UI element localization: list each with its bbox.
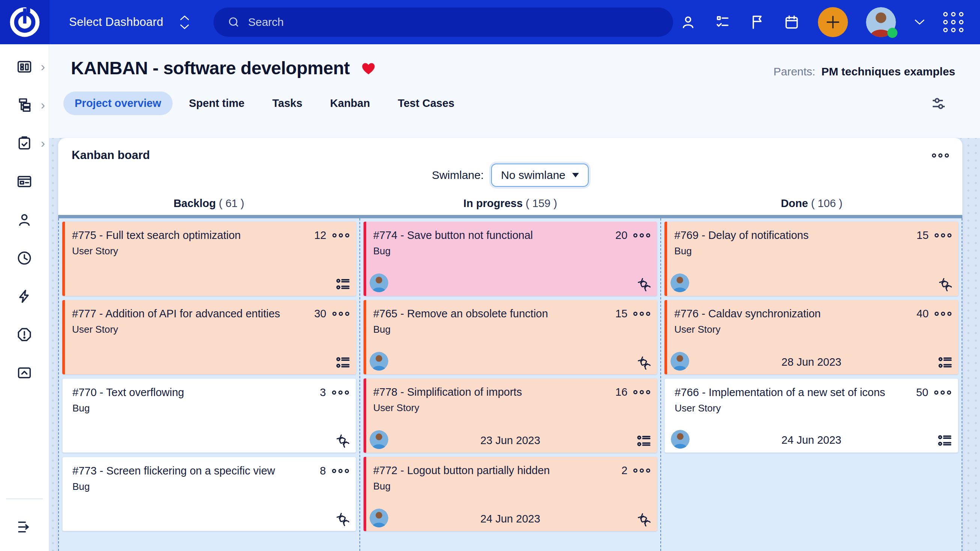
card-title: #776 - Caldav synchronization: [674, 308, 910, 320]
dna-icon: [938, 277, 953, 292]
card-menu-icon[interactable]: [633, 390, 650, 394]
board-separator: [58, 215, 963, 218]
caret-down-icon: [572, 173, 579, 178]
user-avatar[interactable]: [866, 7, 896, 37]
card-title: #765 - Remove an obsolete function: [373, 308, 609, 320]
card-menu-icon[interactable]: [934, 391, 951, 395]
story-points: 12: [314, 229, 326, 241]
tracker-label: Bug: [364, 477, 657, 492]
left-sidebar: ›››: [0, 44, 49, 551]
column-header-in-progress: In progress( 159 ): [360, 197, 661, 210]
card-title: #769 - Delay of notifications: [674, 229, 910, 241]
sidebar-item-panels[interactable]: [0, 174, 49, 191]
card-title: #766 - Implementation of a new set of ic…: [675, 386, 910, 399]
card-menu-icon[interactable]: [332, 233, 349, 237]
navbar-actions: [680, 7, 980, 37]
parents-label: Parents:: [773, 65, 815, 78]
tracker-label: Bug: [364, 320, 657, 335]
card-menu-icon[interactable]: [332, 391, 349, 395]
sidebar-item-inbox[interactable]: [0, 365, 49, 382]
flag-icon[interactable]: [749, 14, 765, 30]
kanban-card[interactable]: #765 - Remove an obsolete function 15 Bu…: [364, 300, 657, 374]
priority-stripe: [364, 222, 366, 296]
online-status-dot: [887, 28, 897, 38]
card-menu-icon[interactable]: [332, 312, 349, 316]
story-points: 8: [320, 465, 326, 477]
checklist-icon: [335, 355, 351, 371]
sidebar-item-dashboard[interactable]: ›: [0, 59, 49, 76]
board-title: Kanban board: [72, 149, 150, 162]
sidebar-item-users[interactable]: [0, 212, 49, 229]
apps-grid-icon[interactable]: [943, 12, 964, 32]
calendar-icon[interactable]: [783, 14, 800, 30]
column-header-backlog: Backlog( 61 ): [58, 197, 360, 210]
dna-icon: [637, 356, 652, 371]
tab-spent-time[interactable]: Spent time: [178, 92, 256, 115]
kanban-card[interactable]: #773 - Screen flickering on a specific v…: [62, 457, 356, 531]
user-icon[interactable]: [680, 14, 696, 30]
column-header-done: Done( 106 ): [661, 197, 963, 210]
due-date: 24 Jun 2023: [665, 434, 958, 446]
sidebar-item-alerts[interactable]: [0, 327, 49, 344]
kanban-card[interactable]: #772 - Logout button partially hidden 2 …: [364, 457, 657, 531]
expand-sidebar-icon[interactable]: [16, 519, 33, 536]
kanban-card[interactable]: #778 - Simplification of imports 16 User…: [364, 378, 657, 453]
tab-project-overview[interactable]: Project overview: [64, 92, 173, 115]
card-menu-icon[interactable]: [935, 233, 951, 237]
checklist-icon[interactable]: [714, 14, 731, 30]
swimlane-select[interactable]: No swimlane: [491, 164, 589, 187]
card-menu-icon[interactable]: [633, 233, 650, 237]
kanban-card[interactable]: #775 - Full text search optimization 12 …: [62, 222, 356, 296]
board-menu-icon[interactable]: [932, 153, 949, 157]
story-points: 20: [615, 229, 627, 241]
sidebar-item-projects[interactable]: ›: [0, 97, 49, 114]
story-points: 40: [916, 308, 929, 320]
card-menu-icon[interactable]: [935, 312, 951, 316]
card-menu-icon[interactable]: [633, 312, 650, 316]
kanban-card[interactable]: #770 - Text overflowing 3 Bug: [62, 378, 356, 453]
card-menu-icon[interactable]: [633, 468, 650, 473]
top-navbar: Select Dashboard Search: [0, 0, 980, 44]
card-menu-icon[interactable]: [332, 469, 349, 473]
sidebar-item-quick[interactable]: [0, 289, 49, 305]
kanban-card[interactable]: #774 - Save button not functional 20 Bug: [364, 222, 657, 296]
dashboard-selector-chevrons-icon[interactable]: [180, 15, 189, 29]
chevron-right-icon: ›: [41, 137, 45, 149]
kanban-card[interactable]: #776 - Caldav synchronization 40 User St…: [665, 300, 958, 374]
sidebar-item-time[interactable]: [0, 251, 49, 267]
dna-icon: [637, 512, 652, 527]
chevron-right-icon: ›: [41, 98, 45, 111]
kanban-board-panel: Kanban board Swimlane: No swimlane Backl…: [58, 138, 963, 551]
chevron-down-icon[interactable]: [914, 19, 925, 25]
swimlane-label: Swimlane:: [432, 169, 484, 181]
settings-sliders-icon[interactable]: [931, 95, 948, 114]
priority-stripe: [364, 300, 366, 374]
app-logo[interactable]: [0, 0, 49, 44]
main-content: KANBAN - software development Parents: P…: [49, 44, 980, 551]
kanban-card[interactable]: #766 - Implementation of a new set of ic…: [665, 378, 958, 453]
easy-project-logo-icon: [8, 6, 41, 39]
column-name: Backlog: [173, 197, 216, 209]
column-count: ( 159 ): [526, 197, 557, 209]
kanban-card[interactable]: #769 - Delay of notifications 15 Bug: [665, 222, 958, 296]
favorite-heart-icon[interactable]: [360, 61, 377, 76]
column-backlog: #775 - Full text search optimization 12 …: [58, 218, 360, 551]
tab-kanban[interactable]: Kanban: [319, 92, 381, 115]
tab-test-cases[interactable]: Test Cases: [387, 92, 466, 115]
search-placeholder: Search: [248, 16, 284, 29]
sidebar-item-tasks[interactable]: ›: [0, 136, 49, 152]
dashboard-selector[interactable]: Select Dashboard: [69, 15, 163, 29]
card-title: #777 - Addition of API for advanced enti…: [72, 308, 308, 320]
due-date: 28 Jun 2023: [665, 356, 958, 368]
tracker-label: User Story: [665, 399, 958, 414]
parents-value[interactable]: PM techniques examples: [821, 65, 955, 78]
tab-tasks[interactable]: Tasks: [261, 92, 313, 115]
add-button[interactable]: [818, 7, 848, 37]
column-count: ( 106 ): [811, 197, 843, 209]
user-icon: [16, 211, 33, 230]
search-input[interactable]: Search: [213, 8, 673, 37]
lightning-icon: [16, 288, 33, 306]
due-date: 23 Jun 2023: [364, 434, 657, 447]
tracker-label: Bug: [63, 477, 356, 492]
kanban-card[interactable]: #777 - Addition of API for advanced enti…: [62, 300, 356, 374]
